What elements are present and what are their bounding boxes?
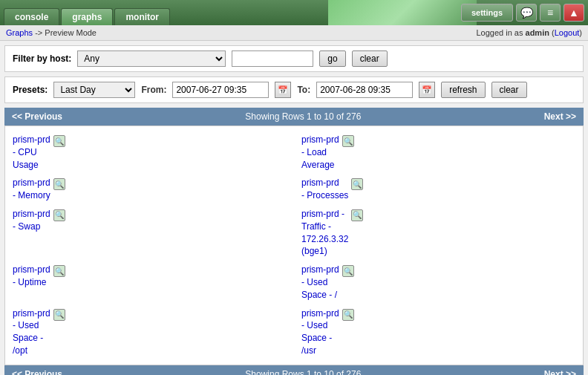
tab-console[interactable]: console [4,8,59,25]
presets-bar: Presets: Last Day Last Hour Last Week La… [4,76,584,103]
filter-bar: Filter by host: Any go clear [4,45,584,72]
list-item: prism-prd- Memory 🔍 [13,177,287,202]
bottom-nav-row: << Previous Showing Rows 1 to 10 of 276 … [4,365,584,375]
filter-label: Filter by host: [13,53,71,64]
list-item: prism-prd -Traffic -172.26.3.32(bge1) 🔍 [301,208,575,258]
list-item: prism-prd- UsedSpace -/opt 🔍 [13,307,287,357]
zoom-icon-4[interactable]: 🔍 [351,178,363,190]
list-item: prism-prd- Processes 🔍 [301,177,575,202]
zoom-icon-8[interactable]: 🔍 [342,265,354,277]
alert-icon: ▲ [569,7,579,19]
breadcrumb-bar: Graphs -> Preview Mode Logged in as admi… [0,25,588,41]
next-button[interactable]: Next >> [544,111,576,122]
zoom-icon-3[interactable]: 🔍 [53,178,65,190]
graph-link-4[interactable]: prism-prd- Processes [301,177,348,202]
from-calendar-button[interactable]: 📅 [275,82,291,98]
graph-link-1[interactable]: prism-prd- CPUUsage [13,134,50,171]
menu-icon: ≡ [547,7,553,19]
zoom-icon-7[interactable]: 🔍 [53,265,65,277]
graph-link-5[interactable]: prism-prd- Swap [13,208,50,233]
menu-button[interactable]: ≡ [540,4,561,22]
zoom-icon-9[interactable]: 🔍 [53,309,65,321]
alert-button[interactable]: ▲ [564,4,584,22]
nav-tabs: console graphs monitor [0,0,172,25]
graph-link-10[interactable]: prism-prd- UsedSpace -/usr [301,307,339,357]
to-date-input[interactable] [316,82,413,98]
login-user: admin [526,28,549,37]
to-label: To: [297,85,310,95]
presets-label: Presets: [13,85,48,95]
zoom-icon-1[interactable]: 🔍 [53,135,65,147]
breadcrumb: Graphs -> Preview Mode [6,28,97,37]
list-item: prism-prd- UsedSpace -/usr 🔍 [301,307,575,357]
filter-clear-button[interactable]: clear [352,50,388,67]
graph-link-9[interactable]: prism-prd- UsedSpace -/opt [13,307,50,357]
settings-button[interactable]: settings [461,4,513,22]
zoom-icon-5[interactable]: 🔍 [53,209,65,221]
list-item: prism-prd- UsedSpace - / 🔍 [301,264,575,301]
speech-icon-button[interactable]: 💬 [516,4,537,22]
login-text: Logged in as [476,28,523,37]
breadcrumb-link[interactable]: Graphs [6,28,33,37]
breadcrumb-separator: -> [35,28,42,37]
graph-link-3[interactable]: prism-prd- Memory [13,177,50,202]
graph-link-6[interactable]: prism-prd -Traffic -172.26.3.32(bge1) [301,208,348,258]
bottom-next-button[interactable]: Next >> [544,369,576,375]
search-input[interactable] [232,50,313,67]
graphs-container: prism-prd- CPUUsage 🔍 prism-prd- LoadAve… [4,125,584,365]
breadcrumb-current: Preview Mode [45,28,97,37]
list-item: prism-prd- LoadAverage 🔍 [301,134,575,171]
to-calendar-button[interactable]: 📅 [419,82,435,98]
from-label: From: [141,85,166,95]
top-nav-row: << Previous Showing Rows 1 to 10 of 276 … [4,108,584,125]
logout-link[interactable]: Logout [555,28,580,37]
zoom-icon-10[interactable]: 🔍 [342,309,354,321]
presets-clear-button[interactable]: clear [491,82,527,98]
refresh-button[interactable]: refresh [441,82,485,98]
prev-button[interactable]: << Previous [12,111,62,122]
list-item: prism-prd- Uptime 🔍 [13,264,287,301]
pagination-info: Showing Rows 1 to 10 of 276 [245,111,361,122]
main-content: Filter by host: Any go clear Presets: La… [0,41,588,375]
list-item: prism-prd- CPUUsage 🔍 [13,134,287,171]
list-item: prism-prd- Swap 🔍 [13,208,287,258]
tab-monitor[interactable]: monitor [114,8,170,25]
zoom-icon-6[interactable]: 🔍 [351,209,363,221]
go-button[interactable]: go [319,50,345,67]
presets-select[interactable]: Last Day Last Hour Last Week Last Month [53,82,135,98]
calendar-icon: 📅 [278,85,288,95]
graph-link-7[interactable]: prism-prd- Uptime [13,264,50,289]
calendar-icon-2: 📅 [422,85,432,95]
graph-link-8[interactable]: prism-prd- UsedSpace - / [301,264,339,301]
host-select[interactable]: Any [77,50,226,67]
bottom-prev-button[interactable]: << Previous [12,369,62,375]
header: console graphs monitor settings 💬 ≡ ▲ [0,0,588,25]
tab-graphs[interactable]: graphs [61,8,113,25]
from-date-input[interactable] [172,82,269,98]
speech-icon: 💬 [520,7,533,19]
header-decoration [328,0,477,25]
graph-link-2[interactable]: prism-prd- LoadAverage [301,134,339,171]
zoom-icon-2[interactable]: 🔍 [342,135,354,147]
bottom-pagination-info: Showing Rows 1 to 10 of 276 [245,369,361,375]
login-info: Logged in as admin (Logout) [476,28,582,37]
header-right: settings 💬 ≡ ▲ [461,0,588,25]
